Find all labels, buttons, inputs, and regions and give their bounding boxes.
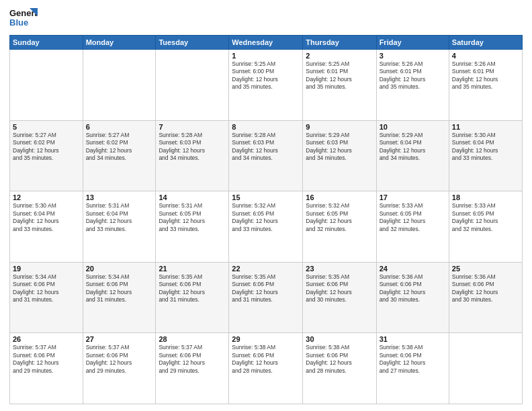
calendar-cell: 29Sunrise: 5:38 AM Sunset: 6:06 PM Dayli… (229, 333, 303, 404)
calendar-cell: 22Sunrise: 5:35 AM Sunset: 6:06 PM Dayli… (229, 262, 303, 333)
calendar-cell: 23Sunrise: 5:35 AM Sunset: 6:06 PM Dayli… (303, 262, 376, 333)
day-info: Sunrise: 5:36 AM Sunset: 6:06 PM Dayligh… (452, 273, 519, 304)
calendar-table: SundayMondayTuesdayWednesdayThursdayFrid… (9, 35, 523, 404)
calendar-cell: 16Sunrise: 5:32 AM Sunset: 6:05 PM Dayli… (303, 191, 376, 263)
day-info: Sunrise: 5:28 AM Sunset: 6:03 PM Dayligh… (232, 132, 300, 163)
week-row-5: 26Sunrise: 5:37 AM Sunset: 6:06 PM Dayli… (10, 333, 523, 404)
day-number: 23 (306, 265, 373, 273)
day-info: Sunrise: 5:31 AM Sunset: 6:05 PM Dayligh… (159, 202, 226, 233)
day-number: 5 (13, 123, 80, 131)
day-number: 11 (452, 123, 519, 131)
weekday-header-sunday: Sunday (10, 36, 83, 50)
day-number: 19 (13, 265, 80, 273)
calendar-cell (156, 50, 229, 121)
day-info: Sunrise: 5:27 AM Sunset: 6:02 PM Dayligh… (86, 132, 153, 163)
day-info: Sunrise: 5:34 AM Sunset: 6:06 PM Dayligh… (86, 273, 153, 304)
day-info: Sunrise: 5:36 AM Sunset: 6:06 PM Dayligh… (380, 273, 446, 304)
day-number: 3 (380, 52, 446, 60)
day-number: 16 (306, 193, 373, 201)
calendar-cell: 17Sunrise: 5:33 AM Sunset: 6:05 PM Dayli… (376, 191, 449, 263)
calendar-cell (10, 50, 83, 121)
day-info: Sunrise: 5:30 AM Sunset: 6:04 PM Dayligh… (13, 202, 80, 233)
day-number: 12 (13, 193, 80, 201)
day-number: 25 (452, 265, 519, 273)
day-number: 14 (159, 193, 226, 201)
day-info: Sunrise: 5:37 AM Sunset: 6:06 PM Dayligh… (159, 344, 226, 375)
day-number: 27 (86, 335, 153, 343)
day-info: Sunrise: 5:32 AM Sunset: 6:05 PM Dayligh… (306, 202, 373, 233)
day-number: 8 (232, 123, 300, 131)
day-number: 18 (452, 193, 519, 201)
day-number: 20 (86, 265, 153, 273)
day-info: Sunrise: 5:29 AM Sunset: 6:04 PM Dayligh… (380, 132, 446, 163)
day-info: Sunrise: 5:35 AM Sunset: 6:06 PM Dayligh… (232, 273, 300, 304)
day-number: 29 (232, 335, 300, 343)
calendar-cell: 21Sunrise: 5:35 AM Sunset: 6:06 PM Dayli… (156, 262, 229, 333)
weekday-header-saturday: Saturday (449, 36, 522, 50)
week-row-4: 19Sunrise: 5:34 AM Sunset: 6:06 PM Dayli… (10, 262, 523, 333)
calendar-cell: 18Sunrise: 5:33 AM Sunset: 6:05 PM Dayli… (449, 191, 522, 263)
calendar-cell: 19Sunrise: 5:34 AM Sunset: 6:06 PM Dayli… (10, 262, 83, 333)
day-info: Sunrise: 5:35 AM Sunset: 6:06 PM Dayligh… (306, 273, 373, 304)
day-info: Sunrise: 5:32 AM Sunset: 6:05 PM Dayligh… (232, 202, 300, 233)
svg-text:Blue: Blue (9, 17, 28, 28)
week-row-2: 5Sunrise: 5:27 AM Sunset: 6:02 PM Daylig… (10, 120, 523, 191)
calendar-cell (83, 50, 156, 121)
calendar-cell: 1Sunrise: 5:25 AM Sunset: 6:00 PM Daylig… (229, 50, 303, 121)
day-number: 10 (380, 123, 446, 131)
day-info: Sunrise: 5:33 AM Sunset: 6:05 PM Dayligh… (380, 202, 446, 233)
day-info: Sunrise: 5:25 AM Sunset: 6:00 PM Dayligh… (232, 60, 300, 91)
calendar-cell: 5Sunrise: 5:27 AM Sunset: 6:02 PM Daylig… (10, 120, 83, 191)
calendar-cell: 20Sunrise: 5:34 AM Sunset: 6:06 PM Dayli… (83, 262, 156, 333)
weekday-header-friday: Friday (376, 36, 449, 50)
day-number: 30 (306, 335, 373, 343)
weekday-header-row: SundayMondayTuesdayWednesdayThursdayFrid… (10, 36, 523, 50)
weekday-header-wednesday: Wednesday (229, 36, 303, 50)
day-number: 22 (232, 265, 300, 273)
calendar-cell: 28Sunrise: 5:37 AM Sunset: 6:06 PM Dayli… (156, 333, 229, 404)
day-info: Sunrise: 5:25 AM Sunset: 6:01 PM Dayligh… (306, 60, 373, 91)
calendar-cell: 15Sunrise: 5:32 AM Sunset: 6:05 PM Dayli… (229, 191, 303, 263)
day-number: 7 (159, 123, 226, 131)
day-number: 15 (232, 193, 300, 201)
calendar-cell: 6Sunrise: 5:27 AM Sunset: 6:02 PM Daylig… (83, 120, 156, 191)
day-info: Sunrise: 5:37 AM Sunset: 6:06 PM Dayligh… (86, 344, 153, 375)
day-number: 28 (159, 335, 226, 343)
day-info: Sunrise: 5:28 AM Sunset: 6:03 PM Dayligh… (159, 132, 226, 163)
weekday-header-tuesday: Tuesday (156, 36, 229, 50)
calendar-cell: 8Sunrise: 5:28 AM Sunset: 6:03 PM Daylig… (229, 120, 303, 191)
day-info: Sunrise: 5:31 AM Sunset: 6:04 PM Dayligh… (86, 202, 153, 233)
logo: GeneralBlue (9, 7, 38, 31)
day-info: Sunrise: 5:38 AM Sunset: 6:06 PM Dayligh… (306, 344, 373, 375)
logo-svg: GeneralBlue (9, 7, 38, 31)
calendar-cell: 12Sunrise: 5:30 AM Sunset: 6:04 PM Dayli… (10, 191, 83, 263)
week-row-1: 1Sunrise: 5:25 AM Sunset: 6:00 PM Daylig… (10, 50, 523, 121)
calendar-cell: 4Sunrise: 5:26 AM Sunset: 6:01 PM Daylig… (449, 50, 522, 121)
calendar-cell: 25Sunrise: 5:36 AM Sunset: 6:06 PM Dayli… (449, 262, 522, 333)
header: GeneralBlue (9, 7, 523, 31)
calendar-cell: 7Sunrise: 5:28 AM Sunset: 6:03 PM Daylig… (156, 120, 229, 191)
day-info: Sunrise: 5:26 AM Sunset: 6:01 PM Dayligh… (380, 60, 446, 91)
day-info: Sunrise: 5:27 AM Sunset: 6:02 PM Dayligh… (13, 132, 80, 163)
day-info: Sunrise: 5:33 AM Sunset: 6:05 PM Dayligh… (452, 202, 519, 233)
calendar-cell: 31Sunrise: 5:38 AM Sunset: 6:06 PM Dayli… (376, 333, 449, 404)
weekday-header-thursday: Thursday (303, 36, 376, 50)
page: GeneralBlue SundayMondayTuesdayWednesday… (0, 0, 532, 411)
day-number: 4 (452, 52, 519, 60)
day-number: 9 (306, 123, 373, 131)
day-number: 24 (380, 265, 446, 273)
calendar-cell: 27Sunrise: 5:37 AM Sunset: 6:06 PM Dayli… (83, 333, 156, 404)
calendar-cell: 14Sunrise: 5:31 AM Sunset: 6:05 PM Dayli… (156, 191, 229, 263)
day-number: 6 (86, 123, 153, 131)
calendar-cell: 2Sunrise: 5:25 AM Sunset: 6:01 PM Daylig… (303, 50, 376, 121)
week-row-3: 12Sunrise: 5:30 AM Sunset: 6:04 PM Dayli… (10, 191, 523, 263)
calendar-cell: 9Sunrise: 5:29 AM Sunset: 6:03 PM Daylig… (303, 120, 376, 191)
calendar-cell: 26Sunrise: 5:37 AM Sunset: 6:06 PM Dayli… (10, 333, 83, 404)
calendar-cell: 24Sunrise: 5:36 AM Sunset: 6:06 PM Dayli… (376, 262, 449, 333)
day-info: Sunrise: 5:38 AM Sunset: 6:06 PM Dayligh… (380, 344, 446, 375)
day-info: Sunrise: 5:34 AM Sunset: 6:06 PM Dayligh… (13, 273, 80, 304)
day-info: Sunrise: 5:30 AM Sunset: 6:04 PM Dayligh… (452, 132, 519, 163)
day-number: 21 (159, 265, 226, 273)
day-number: 31 (380, 335, 446, 343)
weekday-header-monday: Monday (83, 36, 156, 50)
